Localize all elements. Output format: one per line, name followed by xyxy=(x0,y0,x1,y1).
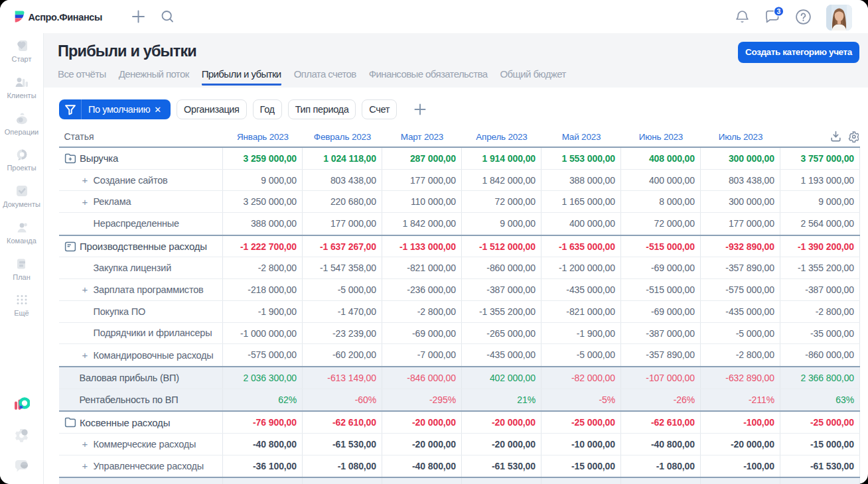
svg-text:3: 3 xyxy=(777,7,781,15)
